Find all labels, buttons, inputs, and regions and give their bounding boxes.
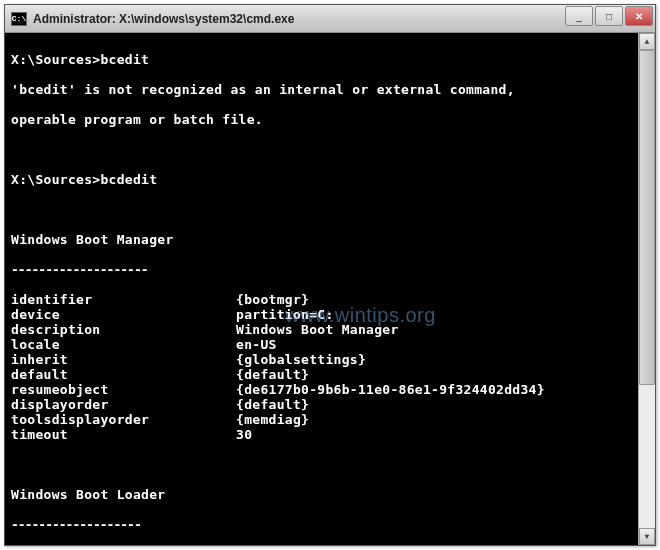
kv-row: identifier{bootmgr} <box>11 292 649 307</box>
kv-value: {bootmgr} <box>236 292 649 307</box>
kv-row: resumeobject{de6177b0-9b6b-11e0-86e1-9f3… <box>11 382 649 397</box>
kv-row: inherit{globalsettings} <box>11 352 649 367</box>
kv-row: toolsdisplayorder{memdiag} <box>11 412 649 427</box>
titlebar[interactable]: C:\ Administrator: X:\windows\system32\c… <box>5 5 655 33</box>
kv-key: locale <box>11 337 236 352</box>
kv-value: Windows Boot Manager <box>236 322 649 337</box>
section-divider: ------------------- <box>11 517 649 532</box>
window-controls: _ □ ✕ <box>565 5 655 32</box>
window-title: Administrator: X:\windows\system32\cmd.e… <box>33 12 565 26</box>
scroll-track[interactable] <box>639 50 655 528</box>
minimize-button[interactable]: _ <box>565 6 593 26</box>
kv-value: {default} <box>236 397 649 412</box>
kv-row: localeen-US <box>11 337 649 352</box>
blank-line <box>11 202 649 217</box>
error-line: 'bcedit' is not recognized as an interna… <box>11 82 649 97</box>
scroll-up-button[interactable]: ▲ <box>639 33 655 50</box>
close-button[interactable]: ✕ <box>625 6 653 26</box>
kv-key: default <box>11 367 236 382</box>
kv-key: resumeobject <box>11 382 236 397</box>
blank-line <box>11 142 649 157</box>
blank-line <box>11 457 649 472</box>
scroll-thumb[interactable] <box>639 50 655 385</box>
section-header: Windows Boot Manager <box>11 232 649 247</box>
kv-value: {de6177b0-9b6b-11e0-86e1-9f324402dd34} <box>236 382 649 397</box>
kv-key: toolsdisplayorder <box>11 412 236 427</box>
kv-value: {memdiag} <box>236 412 649 427</box>
kv-row: default{default} <box>11 367 649 382</box>
scroll-down-button[interactable]: ▼ <box>639 528 655 545</box>
section-header: Windows Boot Loader <box>11 487 649 502</box>
kv-row: descriptionWindows Boot Manager <box>11 322 649 337</box>
error-line: operable program or batch file. <box>11 112 649 127</box>
prompt-line: X:\Sources>bcdedit <box>11 172 649 187</box>
kv-key: identifier <box>11 292 236 307</box>
kv-key: device <box>11 307 236 322</box>
kv-value: en-US <box>236 337 649 352</box>
kv-row: timeout30 <box>11 427 649 442</box>
kv-value: {default} <box>236 367 649 382</box>
kv-value: 30 <box>236 427 649 442</box>
kv-row: devicepartition=C: <box>11 307 649 322</box>
cmd-icon: C:\ <box>11 12 27 26</box>
kv-key: timeout <box>11 427 236 442</box>
maximize-button[interactable]: □ <box>595 6 623 26</box>
vertical-scrollbar[interactable]: ▲ ▼ <box>638 33 655 545</box>
kv-key: inherit <box>11 352 236 367</box>
kv-value: {globalsettings} <box>236 352 649 367</box>
kv-key: description <box>11 322 236 337</box>
kv-value: partition=C: <box>236 307 649 322</box>
section-divider: -------------------- <box>11 262 649 277</box>
kv-key: displayorder <box>11 397 236 412</box>
kv-row: displayorder{default} <box>11 397 649 412</box>
cmd-window: C:\ Administrator: X:\windows\system32\c… <box>4 4 656 546</box>
prompt-line: X:\Sources>bcedit <box>11 52 649 67</box>
terminal-output[interactable]: X:\Sources>bcedit 'bcedit' is not recogn… <box>5 33 655 545</box>
